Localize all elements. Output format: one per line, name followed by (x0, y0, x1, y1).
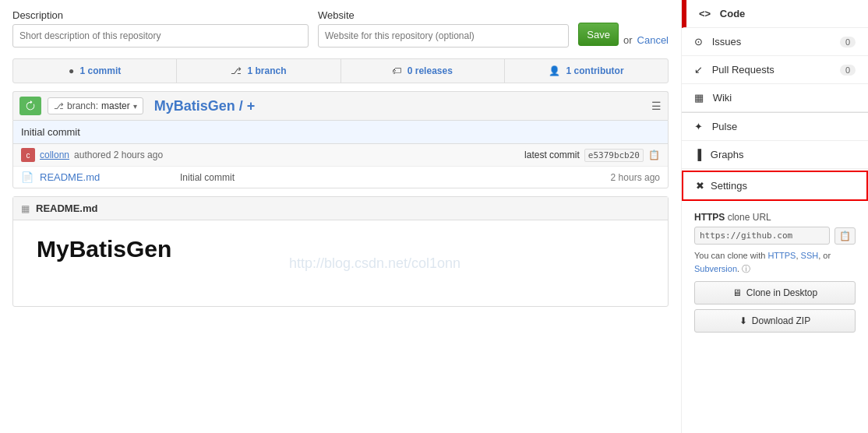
stat-commits[interactable]: ● 1 commit (13, 59, 177, 83)
https-label: HTTPS (694, 212, 725, 223)
file-table: Initial commit c collonn authored 2 hour… (12, 120, 669, 188)
sidebar-nav: <> Code ⊙ Issues 0 ↙ P (682, 0, 868, 169)
chevron-down-icon: ▾ (133, 102, 137, 111)
sidebar-item-code[interactable]: <> Code (682, 0, 868, 28)
refresh-button[interactable] (19, 97, 41, 115)
commit-message: Initial commit (21, 126, 80, 138)
settings-nav-link[interactable]: ✖ Settings (683, 172, 866, 199)
pulse-icon: ✦ (694, 121, 703, 132)
sidebar-item-issues[interactable]: ⊙ Issues 0 (682, 28, 868, 56)
refresh-icon (25, 100, 36, 111)
repo-name-link[interactable]: MyBatisGen (154, 98, 235, 114)
clone-section: HTTPS clone URL 📋 You can clone with HTT… (682, 202, 868, 342)
clone-copy-button[interactable]: 📋 (834, 227, 856, 245)
pull-requests-icon: ↙ (694, 64, 703, 76)
help-icon[interactable]: ⓘ (742, 264, 750, 273)
readme-header: ▦ README.md (13, 197, 668, 220)
sidebar: <> Code ⊙ Issues 0 ↙ P (681, 0, 868, 433)
sidebar-settings-label: Settings (711, 180, 747, 192)
contributors-link[interactable]: 1 contributor (566, 65, 624, 76)
cancel-link[interactable]: Cancel (637, 34, 669, 46)
issues-badge: 0 (840, 37, 856, 48)
download-zip-button[interactable]: ⬇ Download ZIP (694, 309, 856, 333)
settings-box[interactable]: ✖ Settings (682, 171, 868, 201)
or-text: or (623, 34, 633, 46)
commits-icon: ● (69, 65, 74, 76)
graphs-icon: ▐ (694, 149, 701, 160)
list-icon[interactable]: ☰ (651, 100, 662, 112)
author-link[interactable]: collonn (40, 150, 69, 160)
sidebar-pull-requests-label: Pull Requests (712, 64, 774, 76)
branch-bar: ⎇ branch: master ▾ MyBatisGen / + ☰ (12, 91, 669, 120)
code-nav-link[interactable]: <> Code (684, 0, 868, 27)
stat-contributors[interactable]: 👤 1 contributor (505, 59, 668, 83)
code-icon: <> (699, 8, 711, 19)
readme-section: ▦ README.md MyBatisGen http://blog.csdn.… (12, 196, 669, 307)
sidebar-graphs-label: Graphs (711, 149, 744, 160)
commit-hash[interactable]: e5379bcb20 (584, 149, 644, 162)
download-icon: ⬇ (739, 315, 747, 326)
commits-link[interactable]: 1 commit (80, 65, 122, 76)
file-time: 2 hours ago (611, 172, 660, 183)
branch-name-value: master (101, 100, 130, 111)
download-zip-label: Download ZIP (752, 315, 810, 326)
avatar: c (21, 148, 35, 162)
commit-author-row: c collonn authored 2 hours ago latest co… (13, 144, 668, 167)
sidebar-item-pulse[interactable]: ✦ Pulse (682, 112, 868, 141)
add-file-link[interactable]: + (247, 98, 256, 114)
clone-url-row: 📋 (694, 227, 856, 245)
wiki-nav-link[interactable]: ▦ Wiki (682, 84, 868, 111)
repo-separator: / (239, 98, 247, 114)
description-input[interactable] (12, 24, 309, 48)
commit-hash-label: latest commit (524, 150, 580, 160)
clone-url-input[interactable] (694, 227, 830, 245)
branches-icon: ⎇ (231, 65, 242, 76)
sidebar-code-label: Code (720, 8, 746, 19)
save-button[interactable]: Save (578, 23, 619, 46)
file-icon: 📄 (21, 171, 34, 183)
website-input[interactable] (318, 24, 569, 48)
pull-requests-badge: 0 (840, 65, 856, 76)
releases-icon: 🏷 (392, 65, 401, 76)
clone-desktop-label: Clone in Desktop (746, 287, 817, 298)
subversion-link[interactable]: Subversion (694, 264, 737, 273)
sidebar-item-graphs[interactable]: ▐ Graphs (682, 141, 868, 169)
readme-title: README.md (36, 202, 97, 214)
branches-link[interactable]: 1 branch (248, 65, 287, 76)
issues-icon: ⊙ (694, 36, 703, 48)
https-link[interactable]: HTTPS (767, 251, 796, 260)
description-label: Description (12, 9, 309, 21)
wiki-icon: ▦ (694, 92, 704, 104)
stats-bar: ● 1 commit ⎇ 1 branch 🏷 0 releases 👤 1 c… (12, 58, 669, 83)
clone-label: HTTPS clone URL (694, 212, 856, 223)
commit-header: Initial commit (13, 121, 668, 144)
ssh-link[interactable]: SSH (801, 251, 819, 260)
file-name-link[interactable]: README.md (40, 171, 180, 183)
settings-icon: ✖ (696, 180, 704, 192)
copy-icon[interactable]: 📋 (648, 150, 660, 160)
author-action: authored 2 hours ago (74, 150, 163, 160)
stat-releases[interactable]: 🏷 0 releases (341, 59, 505, 83)
pulse-nav-link[interactable]: ✦ Pulse (682, 113, 868, 140)
branch-icon: ⎇ (54, 101, 64, 111)
graphs-nav-link[interactable]: ▐ Graphs (682, 141, 868, 168)
sidebar-wiki-label: Wiki (713, 92, 732, 104)
branch-label: branch: (67, 100, 98, 111)
issues-nav-link[interactable]: ⊙ Issues 0 (682, 28, 868, 55)
sidebar-item-pull-requests[interactable]: ↙ Pull Requests 0 (682, 56, 868, 84)
pull-requests-nav-link[interactable]: ↙ Pull Requests 0 (682, 56, 868, 83)
table-row: 📄 README.md Initial commit 2 hours ago (13, 167, 668, 188)
stat-branches[interactable]: ⎇ 1 branch (177, 59, 340, 83)
sidebar-item-wiki[interactable]: ▦ Wiki (682, 84, 868, 112)
clone-note: You can clone with HTTPS, SSH, or Subver… (694, 249, 856, 275)
releases-link[interactable]: 0 releases (408, 65, 453, 76)
readme-icon: ▦ (21, 203, 30, 214)
readme-heading: MyBatisGen (37, 236, 644, 262)
clone-desktop-button[interactable]: 🖥 Clone in Desktop (694, 281, 856, 305)
branch-selector[interactable]: ⎇ branch: master ▾ (48, 97, 143, 114)
sidebar-issues-label: Issues (712, 36, 742, 48)
clone-url-label: clone URL (728, 212, 771, 223)
sidebar-pulse-label: Pulse (712, 121, 738, 132)
readme-body: MyBatisGen http://blog.csdn.net/col1onn (13, 220, 668, 306)
monitor-icon: 🖥 (732, 287, 742, 298)
